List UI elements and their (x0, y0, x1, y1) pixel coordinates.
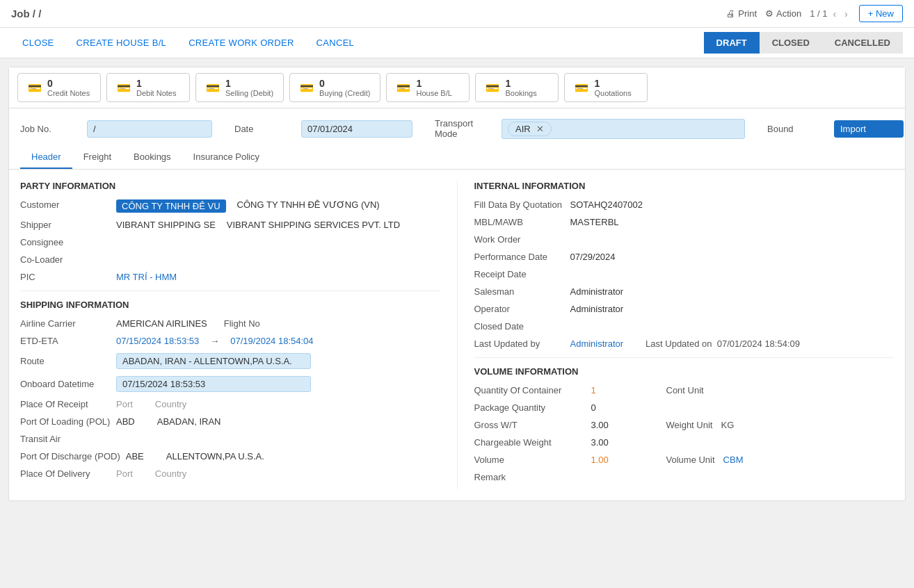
last-updated-row: Last Updated by Administrator Last Updat… (474, 338, 895, 349)
place-of-receipt-label: Place Of Receipt (20, 399, 111, 409)
action-button[interactable]: ⚙ Action (765, 8, 801, 19)
place-of-receipt-row: Place Of Receipt Port Country (20, 399, 440, 409)
place-of-delivery-country: Country (155, 468, 187, 479)
customer-value1[interactable]: CÔNG TY TNHH ĐÊ VU (116, 199, 226, 213)
pkg-qty-value: 0 (591, 402, 633, 413)
receipt-date-row: Receipt Date (474, 269, 895, 279)
shipper-row: Shipper VIBRANT SHIPPING SE VIBRANT SHIP… (20, 220, 440, 230)
transport-mode-label: Transport Mode (435, 118, 490, 139)
qty-container-row: Quantity Of Container 1 Cont Unit (474, 385, 895, 395)
flight-no-label: Flight No (224, 318, 280, 329)
mbl-label: MBL/MAWB (474, 217, 565, 227)
quotations-tab[interactable]: 💳 1 Quotations (564, 73, 648, 102)
consignee-row: Consignee (20, 237, 440, 247)
create-house-bl-button[interactable]: CREATE HOUSE B/L (65, 28, 178, 58)
receipt-date-label: Receipt Date (474, 269, 565, 279)
customer-value2: CÔNG TY TNHH ĐÊ VƯƠNG (VN) (237, 199, 380, 210)
pagination: 1 / 1 ‹ › (810, 7, 851, 21)
route-row: Route ABADAN, IRAN - ALLENTOWN,PA U.S.A. (20, 353, 440, 369)
credit-notes-tab[interactable]: 💳 0 Credit Notes (17, 73, 101, 102)
house-bl-tab[interactable]: 💳 1 House B/L (386, 73, 470, 102)
cancel-button[interactable]: CANCEL (305, 28, 366, 58)
internal-section-title: INTERNAL INFORMATION (474, 181, 895, 191)
etd-value: 07/15/2024 18:53:53 (116, 336, 199, 346)
arrow-icon: → (210, 336, 219, 346)
place-of-delivery-port: Port (116, 468, 133, 479)
coloader-label: Co-Loader (20, 254, 111, 265)
job-header-row: Job No. / Date 07/01/2024 Transport Mode… (9, 114, 905, 143)
chargeable-weight-row: Chargeable Weight 3.00 (474, 437, 895, 448)
credit-notes-icon: 💳 (28, 81, 42, 95)
gear-icon: ⚙ (765, 8, 773, 19)
gross-wt-row: Gross W/T 3.00 Weight Unit KG (474, 420, 895, 430)
selling-icon: 💳 (206, 81, 220, 95)
bookings-icon: 💳 (486, 81, 499, 95)
customer-label: Customer (20, 199, 111, 210)
closed-date-row: Closed Date (474, 321, 895, 332)
shipping-section-title: SHIPPING INFORMATION (20, 300, 440, 310)
onboard-value[interactable]: 07/15/2024 18:53:53 (116, 376, 311, 392)
work-order-row: Work Order (474, 234, 895, 245)
content-area: PARTY INFORMATION Customer CÔNG TY TNHH … (9, 170, 905, 500)
route-value[interactable]: ABADAN, IRAN - ALLENTOWN,PA U.S.A. (116, 353, 311, 369)
party-section-title: PARTY INFORMATION (20, 181, 440, 191)
remark-row: Remark (474, 472, 895, 482)
close-button[interactable]: CLOSE (11, 28, 65, 58)
pod-row: Port Of Discharge (POD) ABE ALLENTOWN,PA… (20, 451, 440, 462)
bound-input[interactable]: Import (834, 120, 904, 138)
bound-label: Bound (767, 124, 823, 134)
prev-button[interactable]: ‹ (830, 7, 839, 21)
salesman-row: Salesman Administrator (474, 286, 895, 297)
transit-row: Transit Air (20, 434, 440, 444)
house-bl-icon: 💳 (396, 81, 410, 95)
pol-name: ABADAN, IRAN (157, 416, 221, 427)
shipper-value1: VIBRANT SHIPPING SE (116, 220, 216, 230)
airline-row: Airline Carrier AMERICAN AIRLINES Flight… (20, 318, 440, 329)
next-button[interactable]: › (842, 7, 851, 21)
cont-unit-label: Cont Unit (666, 385, 704, 395)
last-updated-on: Last Updated on 07/01/2024 18:54:09 (646, 338, 800, 349)
chargeable-weight-value: 3.00 (591, 437, 633, 448)
route-label: Route (20, 356, 111, 366)
tab-header[interactable]: Header (20, 146, 72, 169)
cancelled-status[interactable]: CANCELLED (822, 32, 903, 54)
buying-icon: 💳 (300, 81, 314, 95)
create-work-order-button[interactable]: CREATE WORK ORDER (177, 28, 305, 58)
new-button[interactable]: + New (859, 5, 903, 22)
print-button[interactable]: 🖨 Print (726, 8, 757, 19)
draft-status[interactable]: DRAFT (704, 32, 760, 54)
remark-label: Remark (474, 472, 586, 482)
date-input[interactable]: 07/01/2024 (301, 120, 412, 138)
weight-unit-label: Weight Unit (666, 420, 713, 430)
summary-tabs: 💳 0 Credit Notes 💳 1 Debit Notes 💳 1 Sel… (9, 67, 905, 108)
volume-unit-value: CBM (723, 455, 744, 465)
place-of-delivery-label: Place Of Delivery (20, 468, 111, 479)
tab-insurance-policy[interactable]: Insurance Policy (182, 146, 271, 169)
tab-bookings[interactable]: Bookings (122, 146, 182, 169)
qty-container-value: 1 (591, 385, 633, 395)
pol-code: ABD (116, 416, 135, 427)
bookings-tab[interactable]: 💳 1 Bookings (475, 73, 559, 102)
transport-mode-field[interactable]: AIR ✕ (502, 119, 745, 139)
salesman-value: Administrator (570, 286, 624, 297)
closed-status[interactable]: CLOSED (760, 32, 822, 54)
selling-debit-tab[interactable]: 💳 1 Selling (Debit) (195, 73, 284, 102)
performance-date-row: Performance Date 07/29/2024 (474, 252, 895, 262)
pkg-qty-label: Package Quantity (474, 402, 586, 413)
tab-freight[interactable]: Freight (72, 146, 122, 169)
job-no-input[interactable]: / (87, 120, 212, 138)
debit-notes-tab[interactable]: 💳 1 Debit Notes (106, 73, 190, 102)
performance-date-value: 07/29/2024 (570, 252, 616, 262)
printer-icon: 🖨 (726, 8, 735, 19)
fill-data-row: Fill Data By Quotation SOTAHQ2407002 (474, 199, 895, 210)
operator-value: Administrator (570, 304, 624, 314)
volume-unit-label: Volume Unit (666, 455, 715, 465)
pic-value: MR TRÍ - HMM (116, 272, 177, 282)
buying-credit-tab[interactable]: 💳 0 Buying (Credit) (289, 73, 380, 102)
debit-notes-icon: 💳 (117, 81, 131, 95)
remove-transport-tag[interactable]: ✕ (536, 124, 544, 134)
operator-label: Operator (474, 304, 565, 314)
right-column: INTERNAL INFORMATION Fill Data By Quotat… (457, 181, 895, 489)
closed-date-label: Closed Date (474, 321, 565, 332)
tabs-nav: Header Freight Bookings Insurance Policy (9, 146, 905, 170)
